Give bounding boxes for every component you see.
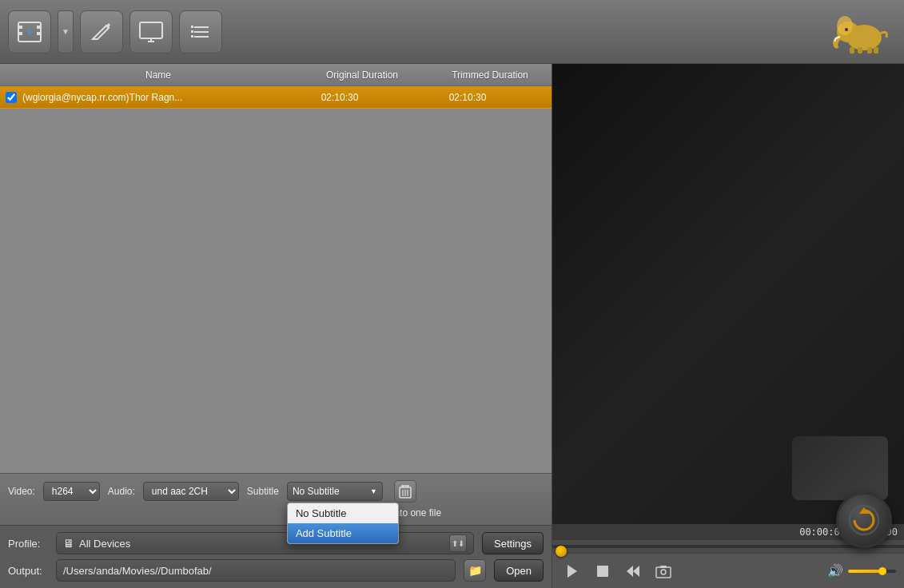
svg-marker-33 bbox=[627, 566, 633, 577]
svg-rect-35 bbox=[656, 567, 671, 578]
monitor-icon bbox=[138, 19, 164, 45]
edit-button[interactable] bbox=[80, 10, 123, 54]
audio-select-group: und aac 2CH und aac 5.1CH bbox=[143, 482, 239, 501]
volume-fill bbox=[848, 570, 880, 573]
add-video-button[interactable]: + bbox=[8, 10, 51, 54]
profile-select[interactable]: 🖥 All Devices ⬆⬇ bbox=[56, 532, 474, 554]
svg-point-18 bbox=[845, 28, 848, 31]
convert-icon bbox=[848, 504, 880, 536]
video-select[interactable]: h264 h265 mpeg4 bbox=[43, 482, 100, 501]
chevron-down-icon: ▼ bbox=[62, 27, 70, 36]
profile-row: Profile: 🖥 All Devices ⬆⬇ Settings bbox=[8, 532, 544, 554]
svg-rect-20 bbox=[858, 47, 862, 54]
svg-rect-12 bbox=[191, 26, 193, 28]
column-header-name: Name bbox=[22, 70, 294, 81]
app-logo: dumbo bbox=[824, 8, 896, 56]
row-filename: (wgiorgia@nycap.rr.com)Thor Ragn... bbox=[22, 92, 272, 103]
svg-marker-31 bbox=[567, 565, 577, 578]
browse-folder-button[interactable]: 📁 bbox=[464, 559, 486, 582]
player-controls: 🔊 bbox=[552, 553, 904, 588]
row-checkbox-wrap bbox=[0, 92, 22, 103]
stop-button[interactable] bbox=[591, 559, 615, 583]
subtitle-dropdown: No Subtitle Add Subtitle bbox=[287, 503, 399, 544]
svg-rect-4 bbox=[37, 32, 41, 35]
svg-text:+: + bbox=[26, 26, 33, 38]
profile-dropdown-arrow[interactable]: ⬆⬇ bbox=[449, 534, 467, 552]
preview-content bbox=[552, 64, 904, 524]
folder-icon: 📁 bbox=[468, 564, 482, 577]
video-select-group: h264 h265 mpeg4 bbox=[43, 482, 100, 501]
file-list-header: Name Original Duration Trimmed Duration bbox=[0, 64, 552, 86]
progress-knob[interactable] bbox=[556, 546, 567, 557]
svg-rect-21 bbox=[867, 47, 872, 54]
table-row[interactable]: (wgiorgia@nycap.rr.com)Thor Ragn... 02:1… bbox=[0, 86, 552, 109]
list-button[interactable] bbox=[179, 10, 222, 54]
svg-rect-6 bbox=[140, 22, 162, 38]
merge-row: Merge all videos into one file bbox=[8, 507, 544, 518]
column-header-original: Original Duration bbox=[294, 70, 430, 81]
trash-icon bbox=[399, 484, 412, 499]
file-list: Name Original Duration Trimmed Duration … bbox=[0, 64, 552, 473]
subtitle-arrow-icon: ▼ bbox=[370, 487, 377, 495]
subtitle-option-none[interactable]: No Subtitle bbox=[288, 503, 398, 523]
film-icon: + bbox=[17, 19, 42, 45]
row-checkbox[interactable] bbox=[6, 92, 17, 103]
right-panel: 00:00:00/00:00:00 bbox=[552, 64, 904, 588]
row-trimmed-duration: 02:10:30 bbox=[408, 92, 528, 103]
svg-rect-3 bbox=[37, 26, 41, 29]
svg-marker-34 bbox=[633, 566, 639, 577]
camera-icon bbox=[655, 563, 671, 579]
add-video-dropdown[interactable]: ▼ bbox=[58, 10, 74, 54]
play-icon bbox=[564, 563, 580, 579]
svg-rect-14 bbox=[191, 35, 193, 38]
profile-output: Profile: 🖥 All Devices ⬆⬇ Settings Outpu… bbox=[0, 525, 552, 588]
settings-button[interactable]: Settings bbox=[482, 532, 544, 554]
svg-point-17 bbox=[837, 16, 853, 35]
main-area: Name Original Duration Trimmed Duration … bbox=[0, 64, 904, 588]
profile-device-icon: 🖥 bbox=[63, 537, 74, 550]
file-rows: (wgiorgia@nycap.rr.com)Thor Ragn... 02:1… bbox=[0, 86, 552, 473]
stop-icon bbox=[595, 563, 611, 579]
snapshot-button[interactable] bbox=[651, 559, 675, 583]
delete-button[interactable] bbox=[394, 480, 416, 503]
screen-button[interactable] bbox=[129, 10, 173, 54]
output-label: Output: bbox=[8, 565, 48, 577]
subtitle-select[interactable]: No Subtitle ▼ bbox=[287, 482, 383, 501]
svg-rect-1 bbox=[18, 26, 22, 29]
logo-elephant-icon: dumbo bbox=[824, 10, 896, 54]
list-icon bbox=[188, 19, 213, 45]
svg-rect-19 bbox=[850, 47, 854, 54]
svg-point-36 bbox=[661, 570, 666, 574]
video-preview bbox=[552, 64, 904, 524]
rewind-button[interactable] bbox=[621, 559, 645, 583]
subtitle-option-add[interactable]: Add Subtitle bbox=[288, 523, 398, 543]
play-button[interactable] bbox=[560, 559, 584, 583]
svg-rect-32 bbox=[597, 566, 608, 577]
open-button[interactable]: Open bbox=[494, 559, 544, 582]
volume-icon: 🔊 bbox=[827, 563, 843, 578]
subtitle-label: Subtitle bbox=[247, 486, 279, 497]
svg-rect-2 bbox=[18, 32, 22, 35]
svg-rect-37 bbox=[660, 566, 667, 568]
toolbar: + ▼ bbox=[0, 0, 904, 64]
preview-decorative bbox=[792, 436, 888, 500]
volume-knob[interactable] bbox=[878, 567, 886, 575]
convert-button[interactable] bbox=[836, 492, 892, 548]
svg-rect-22 bbox=[874, 47, 878, 54]
volume-slider[interactable] bbox=[848, 570, 896, 573]
chevron-icon: ⬆⬇ bbox=[452, 539, 464, 548]
audio-label: Audio: bbox=[108, 486, 135, 497]
volume-area: 🔊 bbox=[827, 563, 896, 578]
video-label: Video: bbox=[8, 486, 35, 497]
row-original-duration: 02:10:30 bbox=[272, 92, 408, 103]
output-row: Output: /Users/anda/Movies//Dumbofab/ 📁 … bbox=[8, 559, 544, 582]
column-header-trimmed: Trimmed Duration bbox=[430, 70, 550, 81]
pencil-icon bbox=[89, 19, 114, 45]
left-panel: Name Original Duration Trimmed Duration … bbox=[0, 64, 552, 588]
audio-select[interactable]: und aac 2CH und aac 5.1CH bbox=[143, 482, 239, 501]
bottom-controls: Video: h264 h265 mpeg4 Audio: und aac 2C… bbox=[0, 473, 552, 525]
svg-rect-13 bbox=[191, 30, 193, 33]
subtitle-container: No Subtitle ▼ No Subtitle Add Subtitle bbox=[287, 482, 383, 501]
subtitle-current-value: No Subtitle bbox=[293, 486, 340, 497]
codec-row: Video: h264 h265 mpeg4 Audio: und aac 2C… bbox=[8, 480, 544, 503]
